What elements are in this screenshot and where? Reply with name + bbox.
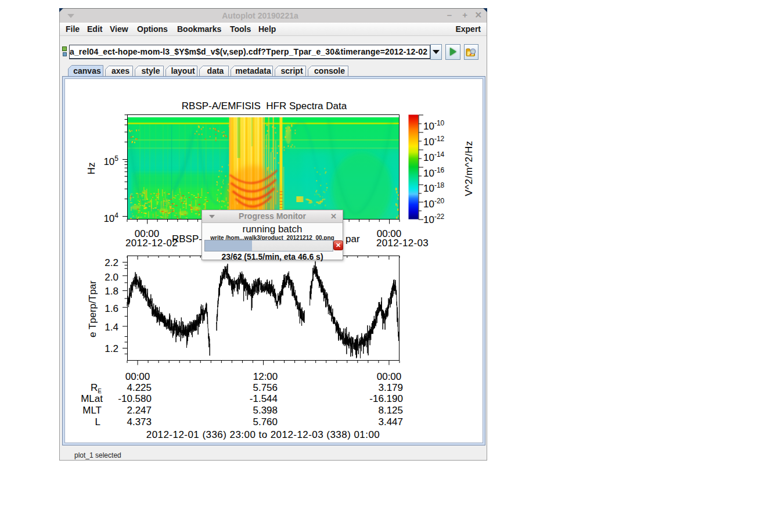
svg-text:metadata: metadata bbox=[235, 66, 271, 76]
svg-text:canvas: canvas bbox=[73, 66, 101, 76]
svg-text:data: data bbox=[207, 66, 224, 76]
svg-text:console: console bbox=[314, 66, 345, 76]
svg-text:script: script bbox=[280, 66, 303, 76]
svg-text:layout: layout bbox=[171, 66, 195, 76]
svg-text:style: style bbox=[142, 66, 160, 76]
svg-text:axes: axes bbox=[111, 66, 129, 76]
